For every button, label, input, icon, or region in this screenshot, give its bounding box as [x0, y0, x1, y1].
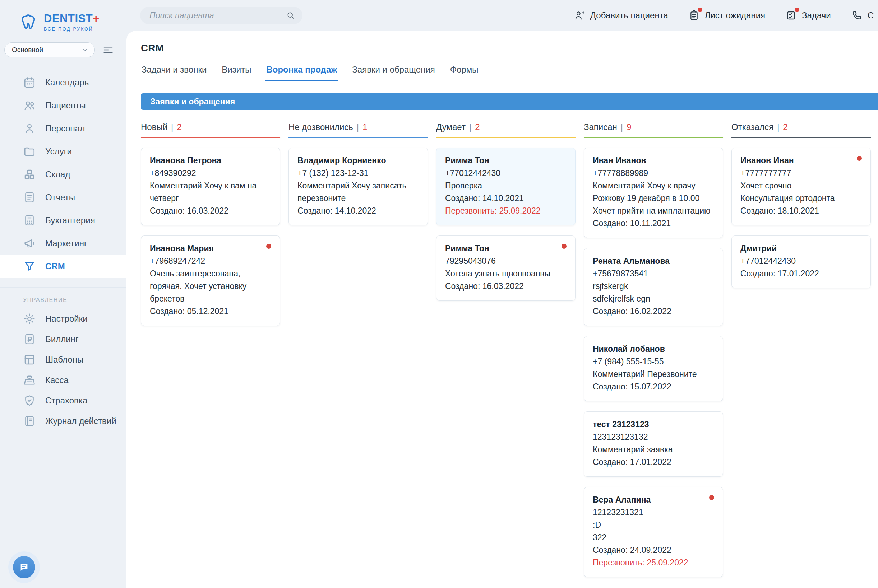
- phone-icon: [851, 10, 863, 21]
- tab-visits[interactable]: Визиты: [221, 64, 252, 81]
- sidebar-item-accounting[interactable]: Бухгалтерия: [0, 209, 126, 232]
- column-name: Не дозвонились: [289, 122, 353, 132]
- tab-forms[interactable]: Формы: [450, 64, 479, 81]
- services-icon: [23, 145, 36, 158]
- lead-name: Иванов Иван: [740, 154, 862, 167]
- kanban-column-3: Записан|9Иван Иванов+77778889989Коммента…: [584, 122, 723, 577]
- lead-line: Комментарий заявка: [593, 443, 714, 456]
- lead-line: Хотела узнать щвопвоапвы: [445, 267, 567, 280]
- insurance-icon: [23, 394, 36, 407]
- topbar-action-waiting-list[interactable]: Лист ожидания: [688, 10, 765, 21]
- column-separator: |: [357, 122, 359, 132]
- sidebar-item-reports[interactable]: Отчеты: [0, 186, 126, 209]
- lead-line: Создано: 18.10.2021: [740, 205, 862, 217]
- column-separator: |: [621, 122, 623, 132]
- search-input[interactable]: [149, 11, 286, 21]
- lead-line: Хочет срочно: [740, 180, 862, 192]
- patient-search: [140, 7, 302, 24]
- sidebar-item-warehouse[interactable]: Склад: [0, 163, 126, 186]
- accounting-icon: [23, 214, 36, 227]
- topbar-action-label: Задачи: [802, 10, 831, 21]
- tab-tasks-calls[interactable]: Задачи и звонки: [141, 64, 207, 81]
- marketing-icon: [23, 237, 36, 250]
- lead-line: Создано: 15.07.2022: [593, 381, 714, 393]
- lead-card[interactable]: Иванов Иван+7777777777Хочет срочноКонсул…: [731, 147, 871, 225]
- sidebar-item-label: Настройки: [45, 314, 88, 324]
- lead-card[interactable]: Иванова Мария+79689247242Очень заинтерес…: [141, 236, 280, 326]
- sidebar-item-services[interactable]: Услуги: [0, 140, 126, 163]
- column-underline: [289, 137, 428, 138]
- topbar: Добавить пациентаЛист ожиданияЗадачиС: [126, 0, 878, 31]
- tasks-icon-wrap: [785, 10, 797, 21]
- sidebar-item-insurance[interactable]: Страховка: [0, 390, 126, 411]
- column-underline: [436, 137, 576, 138]
- chat-button[interactable]: [13, 556, 35, 578]
- brand-name: DENTIST+: [44, 12, 99, 25]
- topbar-action-label: Добавить пациента: [590, 10, 668, 21]
- lead-line: 322: [593, 531, 714, 544]
- lead-line: +7 (984) 555-15-55: [593, 356, 714, 368]
- sidebar-item-calendar[interactable]: Календарь: [0, 71, 126, 94]
- topbar-action-add-patient[interactable]: Добавить пациента: [574, 10, 668, 21]
- person-plus-icon: [574, 10, 585, 21]
- lead-line: Создано: 10.11.2021: [593, 217, 714, 230]
- topbar-action-label: Лист ожидания: [705, 10, 765, 21]
- lead-name: Римма Тон: [445, 154, 567, 167]
- lead-card[interactable]: Иванова Петрова+849390292Комментарий Хоч…: [141, 147, 280, 225]
- topbar-action-calls[interactable]: С: [851, 10, 874, 21]
- search-icon[interactable]: [286, 11, 295, 20]
- brand-tagline: ВСЁ ПОД РУКОЙ: [44, 27, 99, 32]
- add-patient-icon-wrap: [574, 10, 585, 21]
- sidebar-item-crm[interactable]: CRM: [0, 255, 126, 278]
- lead-line: sdfekjrelfsk egn: [593, 292, 714, 305]
- lead-line: Создано: 16.03.2022: [445, 280, 567, 292]
- lead-name: Вера Алапина: [593, 494, 714, 506]
- sidebar-collapse-icon[interactable]: [102, 44, 114, 56]
- lead-line: Комментарий Хочу к врачу Рожкову 19 дека…: [593, 180, 714, 205]
- sidebar-item-templates[interactable]: Шаблоны: [0, 349, 126, 370]
- warehouse-icon: [23, 168, 36, 181]
- lead-card[interactable]: Дмитрий+77012442430Создано: 17.01.2022: [731, 236, 871, 288]
- lead-line: Очень заинтересована, горячая. Хочет уст…: [150, 267, 271, 305]
- lead-card[interactable]: тест 23123123123123123132Комментарий зая…: [584, 411, 723, 477]
- lead-card[interactable]: Рената Альманова+75679873541rsjfskergksd…: [584, 248, 723, 326]
- lead-card[interactable]: Иван Иванов+77778889989Комментарий Хочу …: [584, 147, 723, 238]
- sidebar-item-staff[interactable]: Персонал: [0, 117, 126, 140]
- lead-card[interactable]: Николай лобанов+7 (984) 555-15-55Коммент…: [584, 336, 723, 401]
- lead-card[interactable]: Римма Тон+77012442430ПроверкаСоздано: 14…: [436, 147, 576, 225]
- tab-requests[interactable]: Заявки и обращения: [351, 64, 436, 81]
- column-header: Думает|2: [436, 122, 576, 132]
- sidebar-item-cashbox[interactable]: Касса: [0, 370, 126, 390]
- column-count: 2: [177, 122, 182, 132]
- lead-line: Создано: 14.10.2021: [445, 192, 567, 205]
- lead-name: Римма Тон: [445, 242, 567, 255]
- branch-select[interactable]: Основной: [4, 42, 95, 57]
- lead-line: 79295043076: [445, 255, 567, 267]
- settings-icon: [23, 312, 36, 325]
- column-header: Отказался|2: [731, 122, 871, 132]
- lead-line: Комментарий Перезвоните: [593, 368, 714, 381]
- column-underline: [584, 137, 723, 138]
- tab-funnel[interactable]: Воронка продаж: [266, 64, 338, 81]
- reports-icon: [23, 191, 36, 204]
- lead-card[interactable]: Владимир Корниенко+7 (132) 123-12-31Комм…: [289, 147, 428, 225]
- topbar-action-tasks[interactable]: Задачи: [785, 10, 831, 21]
- lead-line: +79689247242: [150, 255, 271, 267]
- sidebar-item-settings[interactable]: Настройки: [0, 308, 126, 329]
- lead-name: Иванова Мария: [150, 242, 271, 255]
- lead-line: +849390292: [150, 167, 271, 180]
- lead-name: Иван Иванов: [593, 154, 714, 167]
- sidebar-item-marketing[interactable]: Маркетинг: [0, 232, 126, 255]
- lead-card[interactable]: Вера Алапина12123231321:D322Создано: 24.…: [584, 487, 723, 577]
- lead-card[interactable]: Римма Тон79295043076Хотела узнать щвопво…: [436, 236, 576, 301]
- lead-name: Рената Альманова: [593, 255, 714, 267]
- sidebar-item-label: Пациенты: [45, 100, 86, 111]
- sidebar-item-patients[interactable]: Пациенты: [0, 94, 126, 117]
- topbar-actions: Добавить пациентаЛист ожиданияЗадачиС: [574, 10, 878, 21]
- calendar-icon: [23, 76, 36, 89]
- kanban-column-4: Отказался|2Иванов Иван+7777777777Хочет с…: [731, 122, 871, 288]
- sidebar-item-billing[interactable]: Биллинг: [0, 329, 126, 349]
- column-name: Новый: [141, 122, 167, 132]
- sidebar-item-label: Журнал действий: [45, 416, 116, 426]
- sidebar-item-journal[interactable]: Журнал действий: [0, 411, 126, 431]
